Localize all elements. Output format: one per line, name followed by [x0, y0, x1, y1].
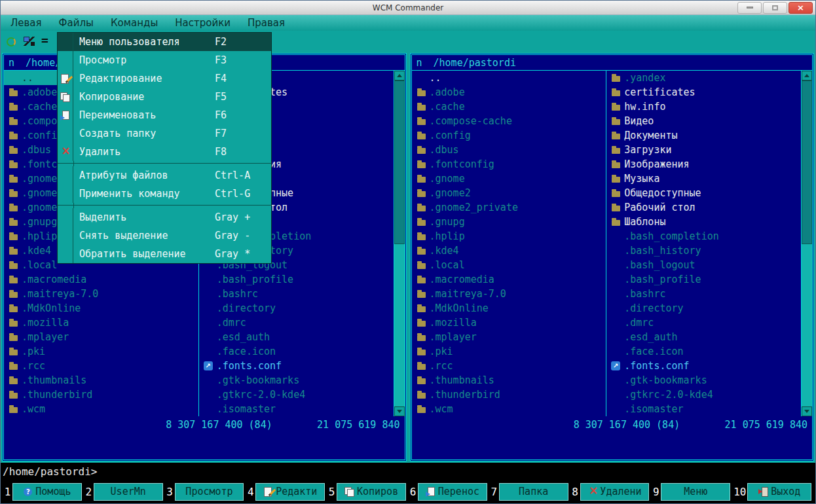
function-key-button[interactable]: Меню — [661, 483, 730, 501]
menu-item[interactable]: Снять выделениеGray - — [58, 226, 271, 245]
file-row[interactable]: .pki — [4, 344, 198, 359]
file-row[interactable]: Шаблоны — [606, 215, 801, 229]
file-row[interactable]: .thumbnails — [4, 373, 198, 387]
file-row[interactable]: .bash_logout — [606, 258, 801, 272]
file-row[interactable]: .bash_profile — [199, 272, 394, 287]
file-row[interactable]: .mozilla — [4, 315, 198, 330]
function-key-button[interactable]: Редакти — [255, 483, 325, 501]
file-row[interactable]: .maitreya-7.0 — [4, 287, 198, 301]
file-row[interactable]: .fonts.conf — [199, 359, 394, 373]
panel-path[interactable]: /home/pastordi — [434, 57, 516, 69]
scroll-down-button[interactable] — [394, 406, 405, 416]
file-row[interactable]: .dmrc — [199, 315, 394, 330]
maximize-button[interactable] — [763, 2, 787, 14]
title-bar[interactable]: WCM Commander × — [1, 1, 815, 15]
file-row[interactable]: Общедоступные — [606, 186, 801, 200]
file-row[interactable]: .compose-cache — [412, 114, 606, 128]
file-row[interactable]: .MdkOnline — [412, 301, 606, 315]
file-row[interactable]: .macromedia — [4, 272, 198, 287]
command-line[interactable]: /home/pastordi> — [1, 463, 815, 480]
file-row[interactable]: .gtk-bookmarks — [606, 373, 801, 387]
file-row[interactable]: .bash_profile — [606, 272, 801, 287]
scrollbar-thumb[interactable] — [802, 81, 812, 244]
file-row[interactable]: .mplayer — [4, 330, 198, 344]
file-row[interactable]: .dmrc — [606, 315, 801, 330]
file-row[interactable]: .isomaster — [199, 402, 394, 416]
file-row[interactable]: Изображения — [606, 157, 801, 171]
equals-icon[interactable] — [41, 37, 52, 46]
function-key-button[interactable]: Папка — [499, 483, 568, 501]
file-row[interactable]: .thumbnails — [412, 373, 606, 387]
refresh-icon[interactable] — [6, 37, 17, 46]
menu-item[interactable]: Обратить выделениеGray * — [58, 245, 271, 263]
menubar-item-2[interactable]: Файлы — [50, 16, 102, 30]
menu-item[interactable]: УдалитьF8 — [58, 143, 271, 161]
menu-item[interactable]: РедактированиеF4 — [58, 69, 271, 88]
scroll-up-button[interactable] — [394, 71, 405, 81]
proportion-icon[interactable] — [24, 37, 35, 46]
menubar-item-3[interactable]: Команды — [102, 16, 166, 30]
function-key-button[interactable]: Выход — [747, 483, 811, 501]
file-row[interactable]: .fontconfig — [412, 157, 606, 171]
file-row[interactable]: .wcm — [4, 402, 198, 416]
menu-item[interactable]: Меню пользователяF2 — [58, 33, 271, 51]
file-row[interactable]: .esd_auth — [606, 330, 801, 344]
file-row[interactable]: .adobe — [412, 85, 606, 99]
file-row[interactable]: .gnome2_private — [412, 200, 606, 215]
scroll-up-button[interactable] — [802, 71, 812, 81]
file-row[interactable]: .rcc — [412, 359, 606, 373]
file-row[interactable]: .bashrc — [199, 287, 394, 301]
scrollbar-thumb[interactable] — [394, 81, 405, 244]
menu-item[interactable]: ПереименоватьF6 — [58, 106, 271, 124]
close-button[interactable]: × — [788, 2, 813, 14]
file-row[interactable]: Рабочий стол — [606, 200, 801, 215]
file-row[interactable]: .gtk-bookmarks — [199, 373, 394, 387]
file-row[interactable]: .gnupg — [412, 215, 606, 229]
file-row[interactable]: .rcc — [4, 359, 198, 373]
menu-item[interactable]: ВыделитьGray + — [58, 208, 271, 226]
file-row[interactable]: .hplip — [412, 229, 606, 243]
scrollbar[interactable] — [394, 71, 405, 416]
file-row[interactable]: .mozilla — [412, 315, 606, 330]
file-row[interactable]: .fonts.conf — [606, 359, 801, 373]
file-row[interactable]: .directory — [199, 301, 394, 315]
file-row[interactable]: .MdkOnline — [4, 301, 198, 315]
file-row[interactable]: .face.icon — [199, 344, 394, 359]
menu-item[interactable]: Атрибуты файловCtrl-A — [58, 166, 271, 185]
file-row[interactable]: Видео — [606, 114, 801, 128]
file-row[interactable]: .. — [412, 71, 606, 85]
file-row[interactable]: .local — [412, 258, 606, 272]
file-row[interactable]: .wcm — [412, 402, 606, 416]
file-row[interactable]: .gnome — [412, 171, 606, 186]
file-row[interactable]: .bashrc — [606, 287, 801, 301]
file-row[interactable]: .dbus — [412, 143, 606, 157]
file-row[interactable]: .bash_history — [606, 243, 801, 258]
menu-item[interactable]: ПросмотрF3 — [58, 51, 271, 69]
file-row[interactable]: .isomaster — [606, 402, 801, 416]
file-row[interactable]: .esd_auth — [199, 330, 394, 344]
file-row[interactable]: .thunderbird — [412, 387, 606, 402]
file-row[interactable]: Музыка — [606, 171, 801, 186]
file-row[interactable]: .bash_completion — [606, 229, 801, 243]
scroll-down-button[interactable] — [802, 406, 812, 416]
file-row[interactable]: .gnome2 — [412, 186, 606, 200]
function-key-button[interactable]: Удалени — [580, 483, 650, 501]
function-key-button[interactable]: Перенос — [418, 483, 487, 501]
menubar-item-4[interactable]: Настройки — [166, 16, 239, 30]
file-row[interactable]: Загрузки — [606, 143, 801, 157]
file-row[interactable]: .macromedia — [412, 272, 606, 287]
file-row[interactable]: .config — [412, 128, 606, 143]
menu-item[interactable]: Применить командуCtrl-G — [58, 185, 271, 203]
file-row[interactable]: .kde4 — [412, 243, 606, 258]
file-row[interactable]: Документы — [606, 128, 801, 143]
function-key-button[interactable]: Просмотр — [175, 483, 244, 501]
file-row[interactable]: .pki — [412, 344, 606, 359]
file-row[interactable]: hw.info — [606, 99, 801, 114]
file-row[interactable]: .maitreya-7.0 — [412, 287, 606, 301]
function-key-button[interactable]: Копиров — [337, 483, 406, 501]
file-row[interactable]: certificates — [606, 85, 801, 99]
function-key-button[interactable]: Помощь — [12, 483, 82, 501]
file-row[interactable]: .directory — [606, 301, 801, 315]
scrollbar-track[interactable] — [394, 244, 405, 406]
scrollbar[interactable] — [801, 71, 812, 416]
